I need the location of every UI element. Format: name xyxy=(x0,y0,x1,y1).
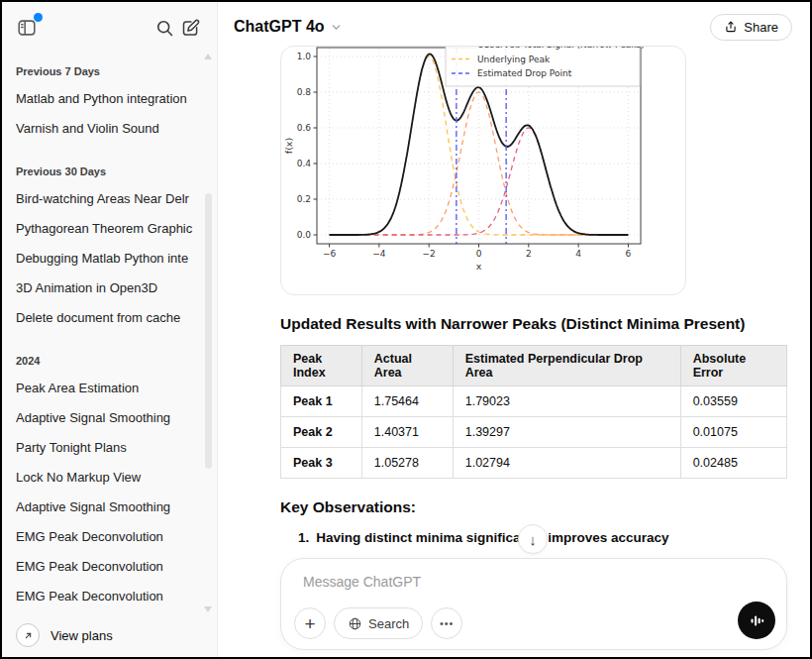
observation-number: 1. xyxy=(298,530,309,545)
sidebar-item-peak-area[interactable]: Peak Area Estimation xyxy=(16,373,203,402)
sidebar-history: Previous 7 Days Matlab and Python integr… xyxy=(2,47,217,615)
svg-text:0.8: 0.8 xyxy=(297,87,312,97)
sidebar-scrollbar[interactable] xyxy=(205,193,212,469)
view-plans-button[interactable]: View plans xyxy=(2,615,217,657)
model-selector[interactable]: ChatGPT 4o xyxy=(234,18,343,36)
message-composer: + Search ••• xyxy=(280,558,787,650)
sidebar-item-emg-peak-1[interactable]: EMG Peak Deconvolution xyxy=(16,521,203,551)
scroll-to-bottom-button[interactable]: ↓ xyxy=(518,524,548,554)
scrollbar-down-arrow[interactable] xyxy=(204,606,212,612)
col-header-absolute-error: Absolute Error xyxy=(680,346,786,386)
svg-text:−2: −2 xyxy=(423,249,436,259)
notification-dot xyxy=(34,13,43,22)
web-search-toggle[interactable]: Search xyxy=(334,607,423,639)
attach-button[interactable]: + xyxy=(294,607,326,639)
svg-text:x: x xyxy=(476,261,482,272)
sidebar-item-adaptive-smoothing-1[interactable]: Adaptive Signal Smoothing xyxy=(16,402,203,432)
more-options-button[interactable]: ••• xyxy=(431,607,462,639)
voice-waveform-icon xyxy=(749,612,765,629)
chevron-down-icon xyxy=(330,21,343,34)
cell-absolute-error: 0.03559 xyxy=(680,386,786,417)
sidebar-item-emg-peak-2[interactable]: EMG Peak Deconvolution xyxy=(16,551,203,581)
plus-icon: + xyxy=(304,614,315,633)
view-plans-icon xyxy=(16,623,40,647)
search-button[interactable] xyxy=(152,15,177,41)
sidebar-toolbar xyxy=(2,2,217,47)
history-section-label: 2024 xyxy=(16,346,203,373)
svg-text:f(x): f(x) xyxy=(283,138,294,154)
search-icon xyxy=(154,18,175,39)
sidebar-item-delete-document[interactable]: Delete document from cache xyxy=(16,302,203,332)
svg-text:−4: −4 xyxy=(372,249,386,259)
cell-estimated-area: 1.02794 xyxy=(453,448,680,479)
globe-icon xyxy=(348,616,362,631)
cell-absolute-error: 0.01075 xyxy=(680,417,786,448)
sidebar-item-party-tonight[interactable]: Party Tonight Plans xyxy=(16,432,203,462)
svg-text:Observed Total Signal (Narrow: Observed Total Signal (Narrow Peaks) xyxy=(477,47,645,50)
sidebar-item-bird-watching[interactable]: Bird-watching Areas Near Delr xyxy=(16,183,203,213)
composer-toolbar: + Search ••• xyxy=(294,607,462,639)
table-row: Peak 1 1.75464 1.79023 0.03559 xyxy=(281,386,787,417)
svg-text:0.0: 0.0 xyxy=(297,230,312,240)
svg-text:0.6: 0.6 xyxy=(297,123,312,133)
sidebar-item-varnish-violin[interactable]: Varnish and Violin Sound xyxy=(16,113,203,143)
history-section-label: Previous 7 Days xyxy=(16,56,203,83)
sidebar-item-emg-peak-3[interactable]: EMG Peak Deconvolution xyxy=(16,581,203,610)
ellipsis-icon: ••• xyxy=(440,617,455,629)
share-label: Share xyxy=(744,20,778,35)
observations-heading: Key Observations: xyxy=(280,497,787,517)
svg-text:0: 0 xyxy=(476,249,482,259)
cell-peak-label: Peak 3 xyxy=(281,448,362,479)
results-table: Peak Index Actual Area Estimated Perpend… xyxy=(280,345,787,479)
observation-text: Having distinct minima significantly imp… xyxy=(316,530,668,545)
svg-text:−6: −6 xyxy=(323,249,337,259)
sidebar-item-adaptive-smoothing-2[interactable]: Adaptive Signal Smoothing xyxy=(16,492,203,521)
cell-peak-label: Peak 2 xyxy=(281,417,362,448)
svg-text:0.4: 0.4 xyxy=(297,159,312,168)
svg-text:4: 4 xyxy=(575,249,581,259)
view-plans-label: View plans xyxy=(51,628,113,643)
sidebar-item-debugging-matlab[interactable]: Debugging Matlab Python inte xyxy=(16,243,203,273)
peaks-chart: −6−4−202460.00.20.40.60.81.0xf(x)Observe… xyxy=(281,47,685,294)
voice-mode-button[interactable] xyxy=(738,602,775,639)
svg-text:Underlying Peak: Underlying Peak xyxy=(477,55,551,64)
new-chat-button[interactable] xyxy=(177,15,203,41)
sidebar-item-matlab-python[interactable]: Matlab and Python integration xyxy=(16,83,203,113)
sidebar-item-pythagorean[interactable]: Pythagorean Theorem Graphic xyxy=(16,213,203,243)
sidebar-toggle-button[interactable] xyxy=(14,15,40,41)
web-search-label: Search xyxy=(368,616,409,631)
svg-text:Estimated Drop Point: Estimated Drop Point xyxy=(477,68,572,78)
cell-peak-label: Peak 1 xyxy=(281,386,362,417)
message-input[interactable] xyxy=(301,572,731,609)
compose-icon xyxy=(180,18,201,39)
svg-text:2: 2 xyxy=(526,249,532,259)
chat-content: −6−4−202460.00.20.40.60.81.0xf(x)Observe… xyxy=(280,46,787,573)
model-title-label: ChatGPT 4o xyxy=(234,18,325,36)
col-header-estimated-area: Estimated Perpendicular Drop Area xyxy=(453,346,680,386)
svg-text:0.2: 0.2 xyxy=(297,194,311,204)
svg-text:6: 6 xyxy=(626,249,632,259)
col-header-actual-area: Actual Area xyxy=(361,346,453,386)
chatgpt-window: Previous 7 Days Matlab and Python integr… xyxy=(0,0,812,659)
chart-message-card: −6−4−202460.00.20.40.60.81.0xf(x)Observe… xyxy=(280,46,686,295)
table-header-row: Peak Index Actual Area Estimated Perpend… xyxy=(281,346,787,386)
scrollbar-up-arrow[interactable] xyxy=(204,54,212,59)
cell-actual-area: 1.05278 xyxy=(361,448,453,479)
sidebar-item-3d-animation[interactable]: 3D Animation in Open3D xyxy=(16,273,203,302)
table-row: Peak 2 1.40371 1.39297 0.01075 xyxy=(281,417,787,448)
cell-estimated-area: 1.39297 xyxy=(453,417,680,448)
table-row: Peak 3 1.05278 1.02794 0.02485 xyxy=(281,448,787,479)
sidebar: Previous 7 Days Matlab and Python integr… xyxy=(2,2,218,657)
cell-actual-area: 1.75464 xyxy=(361,386,453,417)
cell-absolute-error: 0.02485 xyxy=(680,448,786,479)
col-header-peak-index: Peak Index xyxy=(281,346,362,386)
svg-text:1.0: 1.0 xyxy=(297,52,312,61)
share-button[interactable]: Share xyxy=(710,14,792,41)
arrow-down-icon: ↓ xyxy=(529,531,537,548)
sidebar-item-lock-no-markup[interactable]: Lock No Markup View xyxy=(16,462,203,492)
main-header: ChatGPT 4o Share xyxy=(218,2,810,46)
share-icon xyxy=(724,20,738,34)
results-heading: Updated Results with Narrower Peaks (Dis… xyxy=(280,314,787,334)
cell-actual-area: 1.40371 xyxy=(361,417,453,448)
history-section-label: Previous 30 Days xyxy=(16,157,203,183)
